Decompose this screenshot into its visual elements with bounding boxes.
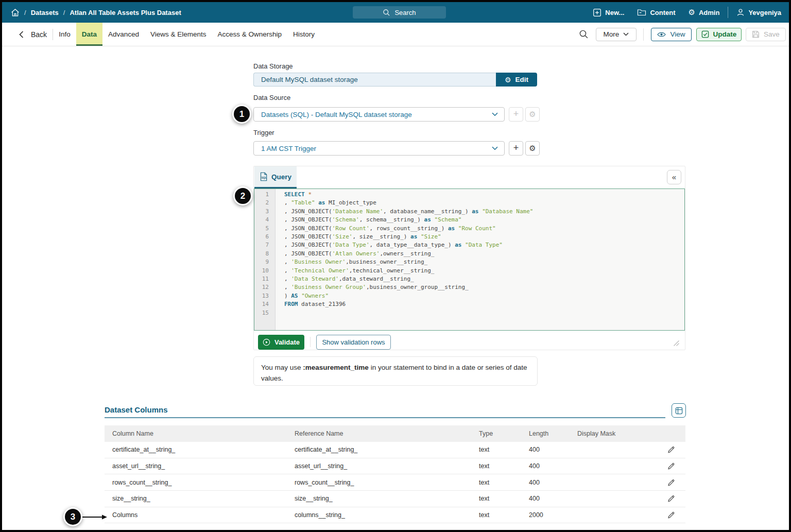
trigger-value: 1 AM CST Trigger — [261, 145, 316, 152]
code-line: FROM dataset_21396 — [284, 300, 533, 308]
toolbar-search-icon[interactable] — [579, 29, 589, 39]
view-button[interactable]: View — [651, 28, 692, 41]
code-line: , JSON_OBJECT('Schema', schema__string_)… — [284, 216, 533, 224]
table-header-cell: Type — [479, 430, 529, 437]
admin-menu-button[interactable]: ⚙ Admin — [688, 9, 719, 16]
table-row: asset_url__string_asset_url__string_text… — [105, 458, 685, 475]
code-line: , JSON_OBJECT('Size', size__string_) as … — [284, 233, 533, 241]
line-number: 8 — [254, 250, 269, 258]
edit-pencil-icon[interactable] — [667, 445, 675, 454]
data-source-settings-button[interactable]: ⚙ — [525, 107, 540, 122]
tab-advanced[interactable]: Advanced — [102, 23, 145, 46]
query-panel: SQL Query « 123456789101112131415 SELECT… — [253, 166, 685, 350]
gear-icon: ⚙ — [529, 111, 536, 118]
sql-editor[interactable]: 123456789101112131415 SELECT *, "Table" … — [254, 188, 685, 331]
code-line: SELECT * — [284, 191, 533, 199]
gear-icon: ⚙ — [505, 76, 511, 83]
edit-pencil-icon[interactable] — [667, 462, 675, 470]
trigger-settings-button[interactable]: ⚙ — [525, 141, 540, 156]
save-button[interactable]: Save — [746, 28, 786, 41]
more-button[interactable]: More — [596, 28, 637, 41]
svg-text:SQL: SQL — [261, 176, 267, 179]
code-line: , JSON_OBJECT('Data Type', data_type__da… — [284, 241, 533, 249]
breadcrumb: / Datasets / Atlan All Table Assets Plus… — [2, 8, 181, 17]
collapse-panel-button[interactable]: « — [667, 170, 681, 184]
table-header-cell: Display Mask — [577, 430, 648, 437]
line-number: 10 — [254, 267, 269, 275]
data-source-label: Data Source — [253, 94, 290, 102]
table-cell: rows_count__string_ — [295, 479, 479, 486]
tab-data[interactable]: Data — [76, 23, 102, 46]
data-source-select[interactable]: Datasets (SQL) - Default MySQL dataset s… — [253, 107, 505, 122]
user-menu-label: Yevgeniya — [748, 9, 781, 16]
tab-views-elements[interactable]: Views & Elements — [145, 23, 212, 46]
callout-2: 2 — [233, 186, 252, 205]
edit-pencil-icon[interactable] — [667, 478, 675, 487]
table-cell: text — [479, 462, 529, 470]
toolbar-divider — [643, 28, 644, 41]
row-edit-cell — [648, 462, 685, 470]
user-icon — [736, 8, 745, 16]
breadcrumb-current-dataset: Atlan All Table Assets Plus Dataset — [70, 9, 181, 16]
show-validation-rows-button[interactable]: Show validation rows — [316, 335, 391, 350]
trigger-add-button[interactable]: + — [509, 141, 523, 156]
edit-pencil-icon[interactable] — [667, 511, 675, 519]
code-line: ) AS "Owners" — [284, 292, 533, 300]
note-text: You may use — [261, 364, 303, 371]
chevron-down-icon — [492, 112, 498, 116]
user-menu-button[interactable]: Yevgeniya — [736, 8, 781, 16]
back-label: Back — [31, 30, 47, 39]
code-line: , 'Business Owner',business_owner__strin… — [284, 258, 533, 266]
admin-menu-label: Admin — [699, 9, 719, 16]
edit-pencil-icon[interactable] — [667, 494, 675, 503]
table-cell: rows_count__string_ — [105, 479, 295, 486]
table-cell: Columns — [105, 511, 295, 519]
data-storage-edit-button[interactable]: ⚙ Edit — [496, 73, 537, 87]
query-tab-label: Query — [271, 173, 291, 181]
trigger-label: Trigger — [253, 129, 274, 137]
data-source-add-button[interactable]: + — [509, 107, 523, 122]
measurement-time-note: You may use :measurement_time in your st… — [253, 356, 538, 386]
home-icon[interactable] — [11, 8, 20, 17]
callout-3-arrow — [80, 514, 108, 520]
table-header-row: Column NameReference NameTypeLengthDispl… — [105, 425, 685, 442]
content-menu-label: Content — [650, 9, 675, 16]
table-header-cell: Column Name — [105, 430, 295, 437]
query-panel-tabs: SQL Query « — [254, 166, 685, 188]
table-cell: 2000 — [529, 511, 577, 519]
tab-history[interactable]: History — [287, 23, 320, 46]
table-cell: asset_url__string_ — [105, 462, 295, 470]
footer-divider — [310, 337, 311, 347]
new-menu-button[interactable]: New... — [593, 8, 624, 17]
dataset-columns-rule — [105, 417, 665, 418]
gear-icon: ⚙ — [529, 145, 536, 152]
tab-info[interactable]: Info — [53, 23, 76, 46]
back-button[interactable]: Back — [19, 23, 47, 46]
line-number: 2 — [254, 199, 269, 207]
table-cell: text — [479, 446, 529, 453]
content-menu-button[interactable]: Content — [637, 8, 675, 16]
table-cell: size__string_ — [105, 495, 295, 502]
data-storage-value: Default MySQL dataset storage — [253, 73, 496, 87]
tab-access-ownership[interactable]: Access & Ownership — [212, 23, 288, 46]
code-line: , JSON_OBJECT('Row Count', rows_count__s… — [284, 225, 533, 233]
code-line: , JSON_OBJECT('Atlan Owners',owners__str… — [284, 250, 533, 258]
table-cell: certificate_at__string_ — [295, 446, 479, 453]
query-tab[interactable]: SQL Query — [254, 166, 297, 188]
trigger-select[interactable]: 1 AM CST Trigger — [253, 141, 505, 156]
global-search-box[interactable]: Search — [353, 6, 446, 19]
resize-grip-icon[interactable] — [674, 340, 679, 346]
gear-icon: ⚙ — [688, 9, 695, 16]
row-edit-cell — [648, 478, 685, 487]
table-row: certificate_at__string_certificate_at__s… — [105, 442, 685, 458]
validate-button[interactable]: Validate — [258, 335, 304, 350]
line-number: 5 — [254, 225, 269, 233]
plus-icon: + — [513, 143, 519, 152]
code-line: , "Table" as MI_object_type — [284, 199, 533, 207]
editor-code: SELECT *, "Table" as MI_object_type, JSO… — [276, 189, 533, 330]
data-storage-row: Default MySQL dataset storage ⚙ Edit — [253, 73, 537, 87]
breadcrumb-item-datasets[interactable]: Datasets — [31, 9, 59, 16]
toolbar-right: More View Update Sa — [579, 23, 789, 46]
update-button[interactable]: Update — [696, 28, 742, 41]
column-settings-button[interactable] — [672, 403, 686, 418]
